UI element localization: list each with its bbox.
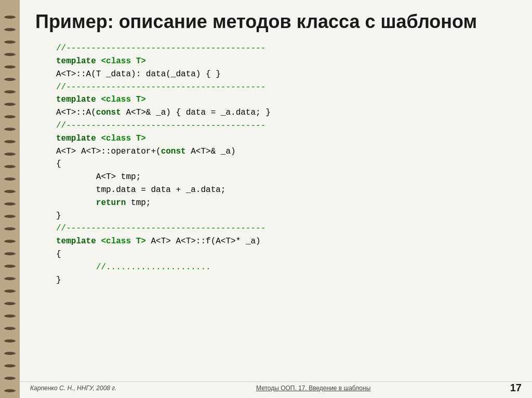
spiral-hole xyxy=(4,227,16,230)
slide-content: Пример: описание методов класса с шаблон… xyxy=(20,0,532,398)
code-line-5: template <class T> xyxy=(56,93,516,106)
spiral-hole xyxy=(4,190,16,193)
spiral-hole xyxy=(4,215,16,218)
spiral-hole xyxy=(4,153,16,156)
spiral-hole xyxy=(4,327,16,330)
code-line-15: //--------------------------------------… xyxy=(56,222,516,235)
footer-page-number: 17 xyxy=(510,382,522,394)
spiral-hole xyxy=(4,364,16,367)
code-line-1: //--------------------------------------… xyxy=(56,42,516,55)
spiral-hole xyxy=(4,252,16,255)
footer-author: Карпенко С. Н., ННГУ, 2008 г. xyxy=(30,385,117,392)
code-line-4: //--------------------------------------… xyxy=(56,81,516,94)
spiral-hole xyxy=(4,290,16,293)
spiral-hole xyxy=(4,339,16,342)
code-line-6: A<T>::A(const A<T>& _a) { data = _a.data… xyxy=(56,106,516,119)
spiral-hole xyxy=(4,202,16,205)
spiral-hole xyxy=(4,240,16,243)
spiral-hole xyxy=(4,128,16,131)
spiral-hole xyxy=(4,16,16,19)
code-line-16: template <class T> A<T> A<T>::f(A<T>* _a… xyxy=(56,235,516,248)
code-line-7: //--------------------------------------… xyxy=(56,119,516,132)
code-block: //--------------------------------------… xyxy=(35,42,516,286)
spiral-hole xyxy=(4,177,16,181)
footer: Карпенко С. Н., ННГУ, 2008 г. Методы ООП… xyxy=(20,381,532,394)
code-line-2: template <class T> xyxy=(56,55,516,68)
spiral-hole xyxy=(4,352,16,355)
code-line-17: { xyxy=(56,248,516,261)
spiral-hole xyxy=(4,165,16,168)
spiral-binding xyxy=(0,0,20,398)
spiral-hole xyxy=(4,277,16,280)
code-line-3: A<T>::A(T _data): data(_data) { } xyxy=(56,68,516,81)
spiral-hole xyxy=(4,53,16,56)
spiral-hole xyxy=(4,314,16,318)
code-line-10: { xyxy=(56,158,516,171)
slide-title: Пример: описание методов класса с шаблон… xyxy=(35,10,516,33)
code-line-13: return tmp; xyxy=(56,197,516,210)
spiral-hole xyxy=(4,302,16,305)
code-line-12: tmp.data = data + _a.data; xyxy=(56,184,516,197)
spiral-hole xyxy=(4,78,16,81)
spiral-hole xyxy=(4,90,16,93)
spiral-hole xyxy=(4,65,16,68)
code-line-8: template <class T> xyxy=(56,132,516,145)
code-line-19: } xyxy=(56,274,516,287)
spiral-hole xyxy=(4,28,16,31)
spiral-hole xyxy=(4,140,16,143)
spiral-hole xyxy=(4,265,16,268)
spiral-hole xyxy=(4,115,16,118)
code-line-11: A<T> tmp; xyxy=(56,171,516,184)
code-line-9: A<T> A<T>::operator+(const A<T>& _a) xyxy=(56,145,516,158)
spiral-hole xyxy=(4,377,16,380)
spiral-hole xyxy=(4,40,16,44)
code-line-14: } xyxy=(56,210,516,223)
spiral-hole xyxy=(4,389,16,392)
footer-topic: Методы ООП. 17. Введение в шаблоны xyxy=(256,385,370,392)
spiral-hole xyxy=(4,103,16,106)
code-line-18: //..................... xyxy=(56,261,516,274)
